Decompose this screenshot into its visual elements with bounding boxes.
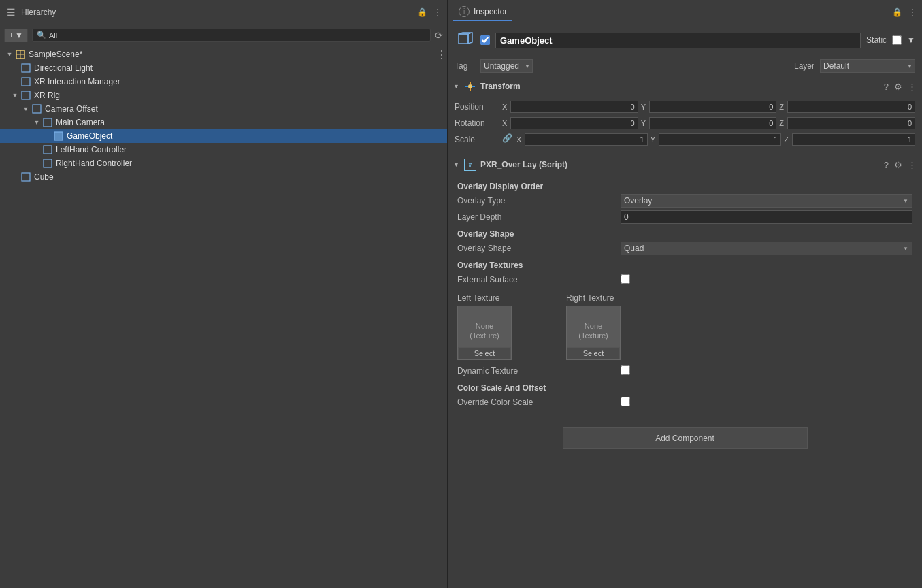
external-surface-checkbox[interactable] xyxy=(621,274,630,284)
scene-more-btn[interactable]: ⋮ xyxy=(436,48,447,61)
scale-y-input[interactable] xyxy=(659,133,782,146)
hierarchy-tree: SampleScene* ⋮ Directional Light XR Inte… xyxy=(0,46,447,588)
color-scale-section-title: Color Scale And Offset xyxy=(455,379,915,394)
rotation-z-input[interactable] xyxy=(787,117,915,129)
tree-arrow-lh xyxy=(33,146,41,154)
tree-item-cube[interactable]: Cube xyxy=(0,170,447,184)
rotation-x-input[interactable] xyxy=(510,117,638,129)
tree-item-lefthand[interactable]: LeftHand Controller xyxy=(0,143,447,157)
dynamic-texture-checkbox[interactable] xyxy=(621,365,630,375)
right-texture-box[interactable]: None(Texture) Select xyxy=(566,306,621,360)
override-color-scale-checkbox[interactable] xyxy=(621,397,630,406)
pxr-settings-btn[interactable]: ⚙ xyxy=(894,160,902,170)
refresh-button[interactable]: ⟳ xyxy=(435,30,443,41)
layer-depth-value xyxy=(621,210,912,224)
add-component-button[interactable]: Add Component xyxy=(563,427,808,449)
scale-label: Scale xyxy=(455,135,502,144)
right-texture-select-btn[interactable]: Select xyxy=(567,347,620,359)
right-texture-none-text: None(Texture) xyxy=(578,321,608,341)
transform-settings-btn[interactable]: ⚙ xyxy=(894,82,902,92)
pxr-overlay-header[interactable]: ▼ # PXR_Over Lay (Script) ? ⚙ ⋮ xyxy=(448,154,922,175)
right-texture-item: Right Texture None(Texture) Select xyxy=(566,293,621,360)
left-texture-label: Left Texture xyxy=(457,293,499,303)
overlay-display-order-title: Overlay Display Order xyxy=(455,178,915,193)
pxr-overlay-collapse-arrow: ▼ xyxy=(453,161,460,168)
position-y-input[interactable] xyxy=(649,101,777,113)
static-checkbox[interactable] xyxy=(892,35,902,45)
tree-label-xr-interaction-manager: XR Interaction Manager xyxy=(34,77,120,86)
scale-row: Scale 🔗 X Y Z xyxy=(455,132,915,147)
pxr-overlay-actions: ? ⚙ ⋮ xyxy=(884,160,917,170)
rotation-z-label: Z xyxy=(779,119,786,127)
hierarchy-more-icon[interactable]: ⋮ xyxy=(433,7,442,18)
pxr-more-btn[interactable]: ⋮ xyxy=(908,160,917,170)
tree-item-xr-rig[interactable]: XR Rig xyxy=(0,88,447,102)
hierarchy-menu-icon[interactable]: ☰ xyxy=(5,5,17,19)
svg-rect-5 xyxy=(22,91,30,99)
scale-z-input[interactable] xyxy=(792,133,915,146)
tree-item-sample-scene[interactable]: SampleScene* ⋮ xyxy=(0,48,447,61)
tree-item-gameobject[interactable]: GameObject xyxy=(0,129,447,143)
pxr-help-btn[interactable]: ? xyxy=(884,160,889,170)
scale-x-label: X xyxy=(516,135,523,144)
add-button[interactable]: + ▼ xyxy=(4,29,28,42)
tree-arrow-rh xyxy=(33,159,41,167)
overlay-textures-section-title: Overlay Textures xyxy=(455,257,915,272)
scale-x-input[interactable] xyxy=(525,133,648,146)
inspector-tab[interactable]: i Inspector xyxy=(453,3,512,21)
hierarchy-header: ☰ Hierarchy 🔒 ⋮ xyxy=(0,0,447,24)
rotation-y-input[interactable] xyxy=(649,117,777,129)
override-color-scale-label: Override Color Scale xyxy=(457,397,621,407)
layer-label: Layer xyxy=(794,61,814,71)
transform-more-btn[interactable]: ⋮ xyxy=(908,82,917,92)
dynamic-texture-value xyxy=(621,365,912,377)
gameobject-name-input[interactable] xyxy=(495,33,861,48)
transform-header[interactable]: ▼ Transform ? ⚙ ⋮ xyxy=(448,76,922,97)
left-texture-box[interactable]: None(Texture) Select xyxy=(457,306,512,360)
static-dropdown-arrow[interactable]: ▼ xyxy=(907,35,915,45)
tree-arrow-cube xyxy=(11,173,19,181)
tree-item-xr-interaction-manager[interactable]: XR Interaction Manager xyxy=(0,75,447,88)
tree-item-main-camera[interactable]: Main Camera xyxy=(0,116,447,129)
external-surface-label: External Surface xyxy=(457,275,621,284)
go-icon-xrrig xyxy=(20,90,31,101)
tree-item-camera-offset[interactable]: Camera Offset xyxy=(0,102,447,116)
overlay-shape-section-title: Overlay Shape xyxy=(455,225,915,240)
tree-arrow-co xyxy=(22,105,30,113)
overlay-type-select[interactable]: Overlay xyxy=(621,194,912,208)
tag-select[interactable]: Untagged xyxy=(480,59,533,73)
inspector-more-icon[interactable]: ⋮ xyxy=(908,7,917,18)
search-input[interactable] xyxy=(49,31,426,39)
gameobject-enabled-checkbox[interactable] xyxy=(480,35,490,45)
layer-select[interactable]: Default xyxy=(820,59,915,73)
tree-arrow-go xyxy=(44,132,52,140)
overlay-type-value: Overlay xyxy=(621,194,912,208)
tree-label-righthand: RightHand Controller xyxy=(56,159,132,168)
rotation-z-field: Z xyxy=(779,117,915,129)
scale-y-label: Y xyxy=(651,135,657,144)
tag-select-wrapper: Untagged xyxy=(480,59,533,73)
position-z-input[interactable] xyxy=(787,101,915,113)
tag-label: Tag xyxy=(455,61,475,71)
layer-depth-label: Layer Depth xyxy=(457,212,621,222)
position-label: Position xyxy=(455,102,502,112)
hierarchy-lock-icon[interactable]: 🔒 xyxy=(417,7,427,17)
transform-help-btn[interactable]: ? xyxy=(884,82,889,92)
position-y-field: Y xyxy=(641,101,777,113)
transform-title: Transform xyxy=(480,82,880,91)
tree-label-gameobject: GameObject xyxy=(67,131,112,141)
tree-item-righthand[interactable]: RightHand Controller xyxy=(0,157,447,170)
go-icon-lh xyxy=(42,144,53,155)
overlay-type-label: Overlay Type xyxy=(457,196,621,206)
inspector-lock-icon[interactable]: 🔒 xyxy=(892,7,902,17)
layer-depth-input[interactable] xyxy=(621,210,912,224)
scale-y-field: Y xyxy=(651,133,782,146)
tree-label-camera-offset: Camera Offset xyxy=(45,104,98,114)
go-icon-dl xyxy=(20,63,31,74)
overlay-type-row: Overlay Type Overlay xyxy=(455,193,915,209)
overlay-shape-select[interactable]: Quad xyxy=(621,242,912,255)
left-texture-select-btn[interactable]: Select xyxy=(458,347,511,359)
tree-item-directional-light[interactable]: Directional Light xyxy=(0,61,447,75)
position-x-input[interactable] xyxy=(510,101,638,113)
overlay-shape-label: Overlay Shape xyxy=(457,244,621,253)
